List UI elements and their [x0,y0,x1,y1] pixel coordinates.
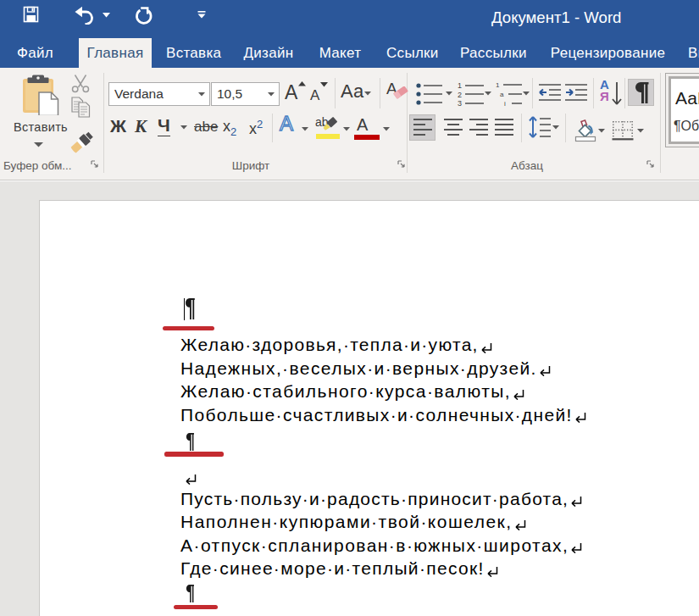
svg-text:2: 2 [458,91,462,99]
svg-text:i: i [504,100,506,107]
svg-text:1: 1 [496,81,500,89]
svg-text:3: 3 [458,99,462,107]
svg-text:1: 1 [458,81,462,90]
svg-text:a: a [500,91,504,98]
